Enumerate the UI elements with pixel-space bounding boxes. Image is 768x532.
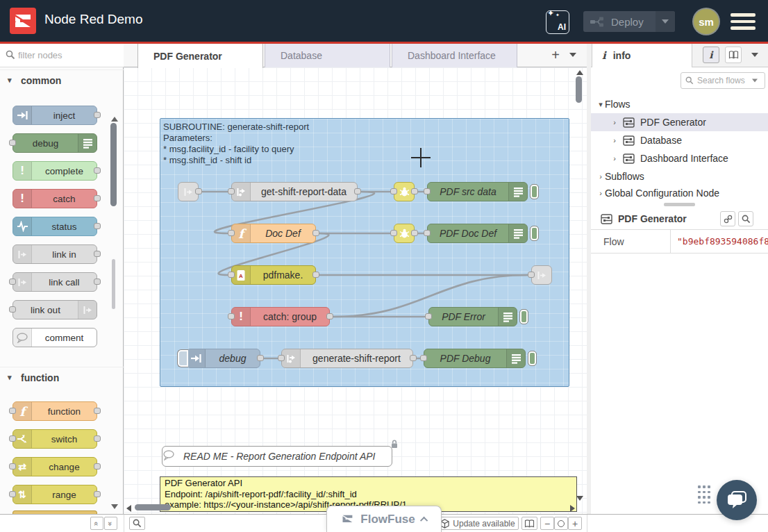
flow-node-link-out-1[interactable] <box>531 265 552 285</box>
flow-node-pdf-src-data[interactable]: PDF src data <box>427 182 528 201</box>
palette-node-inject[interactable]: inject <box>12 106 97 125</box>
input-port[interactable] <box>528 272 535 278</box>
navigator-button[interactable] <box>521 517 537 530</box>
input-port[interactable] <box>9 279 16 285</box>
widget-drag-handle[interactable] <box>698 485 712 506</box>
update-available-button[interactable]: Update available <box>437 517 519 530</box>
tree-item-dashboard-interface[interactable]: ›Dashboard Interface <box>591 149 768 167</box>
flow-list-caret[interactable] <box>569 53 576 57</box>
workspace-tab-database[interactable]: Database <box>265 43 390 67</box>
flow-node-generate-shift-report[interactable]: generate-shift-report <box>281 349 413 368</box>
flow-node-pdfmake[interactable]: Apdfmake. <box>231 265 316 285</box>
palette-node-switch[interactable]: switch <box>12 429 97 449</box>
canvas-scroll-up-arrow[interactable] <box>576 70 583 75</box>
flow-node-pdf-error[interactable]: PDF Error <box>428 307 517 326</box>
palette-category-function[interactable]: ▾function <box>0 367 124 388</box>
workspace-tab-pdf-generator[interactable]: PDF Generator <box>137 43 263 68</box>
output-port[interactable] <box>94 112 101 118</box>
inject-trigger-button[interactable] <box>177 349 188 367</box>
canvas-vertical-scrollbar[interactable] <box>576 76 582 103</box>
sidebar-more-caret[interactable] <box>751 53 758 57</box>
deploy-button[interactable]: Deploy <box>583 11 675 32</box>
palette-node-catch[interactable]: !catch <box>12 189 97 208</box>
output-port[interactable] <box>410 355 417 361</box>
input-port[interactable] <box>9 306 16 313</box>
chevron-right-icon[interactable]: › <box>610 154 619 163</box>
output-port[interactable] <box>411 230 418 236</box>
output-port[interactable] <box>94 279 101 285</box>
tree-item-pdf-generator[interactable]: ›PDF Generator <box>591 113 768 131</box>
output-port[interactable] <box>94 435 101 442</box>
input-port[interactable] <box>228 230 235 236</box>
flow-canvas[interactable]: SUBROUTINE: generate-shift-report Parame… <box>124 67 587 514</box>
canvas-scroll-down-arrow[interactable] <box>576 496 583 501</box>
output-port[interactable] <box>326 313 333 319</box>
flow-node-link-in-1[interactable] <box>178 182 199 201</box>
palette-node-debug[interactable]: debug <box>12 133 97 153</box>
debug-toggle-button[interactable] <box>519 309 528 324</box>
palette-node-complete[interactable]: !complete <box>12 161 97 181</box>
flow-node-get-shift-report-data[interactable]: get-shift-report-data <box>231 182 358 201</box>
input-port[interactable] <box>425 313 432 319</box>
palette-node-link-call[interactable]: link call <box>12 272 97 292</box>
palette-filter-input[interactable]: filter nodes <box>0 44 124 67</box>
canvas-search-button[interactable] <box>129 517 145 530</box>
flowfuse-panel-button[interactable]: FlowFuse <box>326 506 442 532</box>
palette-node-range[interactable]: ⇅range <box>12 485 97 504</box>
debug-toggle-button[interactable] <box>530 226 539 241</box>
chat-widget-button[interactable] <box>717 480 757 520</box>
sidebar-info-toggle-button[interactable]: i <box>703 47 719 63</box>
output-port[interactable] <box>354 188 361 194</box>
workspace-tab-dashboard-interface[interactable]: Dashboard Interface <box>392 43 517 67</box>
flow-node-bug-1[interactable] <box>394 182 415 201</box>
chevron-right-icon[interactable]: › <box>610 118 619 126</box>
search-flow-button[interactable] <box>738 211 753 226</box>
flow-node-pdf-debug[interactable]: PDF Debug <box>424 349 526 368</box>
palette-scrollbar-secondary[interactable] <box>112 259 115 309</box>
chevron-down-icon[interactable]: ▾ <box>596 100 605 109</box>
palette-scroll-up-arrow[interactable] <box>111 117 118 122</box>
palette-node-change[interactable]: ⇄change <box>12 457 97 476</box>
tree-item-subflows[interactable]: ›Subflows <box>591 167 768 185</box>
flow-search-box[interactable]: Search flows <box>681 72 765 89</box>
output-port[interactable] <box>94 167 101 174</box>
canvas-scroll-left-arrow[interactable] <box>126 505 131 512</box>
tree-item-database[interactable]: ›Database <box>591 131 768 149</box>
zoom-reset-button[interactable] <box>554 517 568 530</box>
debug-toggle-button[interactable] <box>528 351 537 366</box>
input-port[interactable] <box>390 230 397 236</box>
input-port[interactable] <box>9 140 16 146</box>
output-port[interactable] <box>94 491 101 497</box>
output-port[interactable] <box>312 230 319 236</box>
chevron-right-icon[interactable]: › <box>596 172 605 181</box>
comment-node[interactable]: READ ME - Report Generation Endpoint API <box>162 446 392 467</box>
canvas-horizontal-scrollbar[interactable] <box>135 504 171 510</box>
flow-node-inject-debug[interactable]: debug <box>186 349 260 368</box>
copy-link-button[interactable] <box>720 211 735 226</box>
deploy-options-caret[interactable] <box>656 11 675 32</box>
debug-toggle-button[interactable] <box>530 184 539 199</box>
input-port[interactable] <box>9 463 16 469</box>
output-port[interactable] <box>411 188 418 194</box>
input-port[interactable] <box>228 272 235 278</box>
output-port[interactable] <box>257 355 264 361</box>
input-port[interactable] <box>228 188 235 194</box>
sidebar-help-button[interactable] <box>725 47 742 63</box>
user-avatar[interactable]: sm <box>694 9 719 34</box>
input-port[interactable] <box>9 408 16 414</box>
ai-assistant-button[interactable]: ✦ ✦ AI <box>546 10 569 34</box>
chevron-right-icon[interactable]: › <box>596 189 605 197</box>
main-menu-button[interactable] <box>731 13 756 31</box>
input-port[interactable] <box>390 188 397 194</box>
flow-node-doc-def[interactable]: fDoc Def <box>231 224 316 243</box>
palette-node-status[interactable]: status <box>12 217 97 236</box>
input-port[interactable] <box>424 230 431 236</box>
input-port[interactable] <box>228 313 235 319</box>
sidebar-tab-info[interactable]: i info <box>592 43 692 67</box>
canvas-scroll-right-arrow[interactable] <box>570 505 575 512</box>
input-port[interactable] <box>9 491 16 497</box>
flow-node-catch-group[interactable]: !catch: group <box>231 307 330 326</box>
flow-node-bug-2[interactable] <box>394 224 415 243</box>
palette-expand-all-button[interactable]: » <box>104 517 117 530</box>
output-port[interactable] <box>94 463 101 469</box>
